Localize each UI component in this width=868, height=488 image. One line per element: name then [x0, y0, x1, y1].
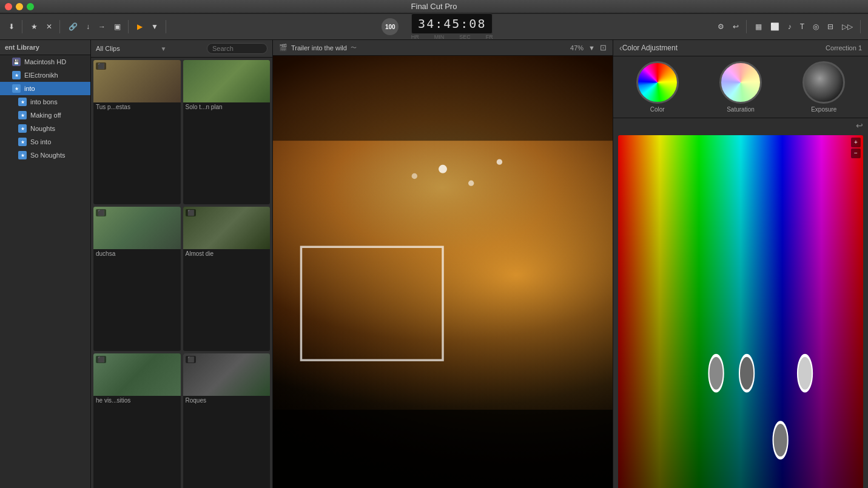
exposure-tool[interactable]: Exposure: [782, 61, 866, 113]
into-label: into: [24, 85, 35, 92]
color-panel: ‹ Color Adjustment Correction 1 Color Sa…: [613, 40, 868, 488]
wave-icon: 〜: [351, 44, 357, 52]
color-wheel-tool[interactable]: Color: [616, 61, 699, 113]
preview-zoom: 47%: [570, 44, 584, 52]
preview-title-group: 🎬 Trailer into the wild 〜: [279, 44, 357, 52]
library-item-so-into[interactable]: ★ So into: [0, 135, 90, 149]
library-item-making-off[interactable]: ★ Making off: [0, 109, 90, 122]
clip-roques[interactable]: ⬛ Roques: [183, 353, 271, 488]
clip-duchsa-label: duchsa: [93, 249, 181, 258]
remove-handle-btn[interactable]: −: [851, 149, 861, 158]
sec-label: SEC: [459, 34, 471, 40]
tool-group-select: ▶ ▼: [133, 20, 166, 33]
favorite-button[interactable]: ★: [27, 20, 41, 33]
media-search-input[interactable]: [207, 43, 267, 54]
svg-point-12: [739, 355, 754, 391]
redo-button[interactable]: ↩: [729, 20, 742, 33]
library-item-macintosh[interactable]: 💾 Macintosh HD: [0, 55, 90, 69]
clip-solo-t-label: Solo t...n plan: [183, 102, 271, 112]
select-arrow[interactable]: ▼: [147, 20, 162, 33]
main-toolbar: ⬇ ★ ✕ 🔗 ↓ → ▣ ▶ ▼ 100 34:45:08 HR MIN SE…: [0, 13, 868, 40]
into-icon: ★: [12, 84, 21, 93]
photo-view[interactable]: ⬜: [767, 20, 783, 33]
exposure-wheel: [802, 61, 845, 104]
undo-row: ↩: [613, 118, 868, 133]
color-header: ‹ Color Adjustment Correction 1: [613, 40, 868, 56]
saturation-tool[interactable]: Saturation: [699, 61, 782, 113]
append-button[interactable]: →: [95, 20, 109, 33]
library-item-noughts[interactable]: ★ Noughts: [0, 122, 90, 135]
clip-icon-2: ⬛: [96, 209, 106, 216]
clip-duchsa-thumb: ⬛: [93, 207, 181, 249]
sointo-icon: ★: [18, 138, 27, 146]
clip-roques-label: Roques: [183, 396, 271, 405]
clip-icon-4: ⬛: [96, 356, 106, 363]
library-item-into[interactable]: ★ into: [0, 82, 90, 95]
svg-rect-10: [618, 135, 863, 488]
saturation-label: Saturation: [727, 106, 755, 113]
tool-group-rating: ★ ✕: [27, 20, 60, 33]
color-gradient-area[interactable]: + −: [618, 135, 863, 488]
overwrite-button[interactable]: ▣: [110, 20, 124, 33]
reject-button[interactable]: ✕: [42, 20, 56, 33]
gradient-controls: + −: [851, 138, 861, 158]
undo-button[interactable]: ↩: [856, 121, 863, 130]
svg-point-13: [798, 355, 812, 391]
library-item-into-bons[interactable]: ★ into bons: [0, 95, 90, 109]
clip-almost-die[interactable]: ⬛ Almost die: [183, 207, 271, 351]
transform-tool[interactable]: ⚙: [714, 20, 728, 33]
library-header: ent Library: [0, 40, 90, 55]
minimize-button[interactable]: [16, 3, 23, 10]
timecode-display: 34:45:08: [411, 13, 493, 34]
video-content: [273, 56, 613, 488]
svg-point-5: [468, 181, 474, 186]
tool-group-actions: ⬇: [5, 20, 22, 33]
svg-point-11: [708, 355, 723, 391]
preview-controls-right: 47% ▼ ⊡: [570, 43, 607, 52]
maximize-button[interactable]: [27, 3, 34, 10]
exposure-label: Exposure: [811, 106, 836, 113]
timeline-view[interactable]: ▦: [752, 20, 765, 33]
svg-point-14: [773, 423, 788, 458]
preview-video: [273, 56, 613, 488]
clip-tus-p[interactable]: ⬛ Tus p...estas: [93, 60, 181, 204]
insert-button[interactable]: ↓: [82, 20, 93, 33]
transition-view[interactable]: ▷▷: [838, 20, 856, 33]
clip-icon-3: ⬛: [186, 209, 196, 216]
audio-view[interactable]: ♪: [784, 20, 795, 33]
makingoff-icon: ★: [18, 111, 27, 119]
theme-view[interactable]: ⊟: [824, 20, 837, 33]
media-browser-title: All Clips: [96, 45, 120, 52]
electronikh-icon: ★: [12, 71, 21, 79]
tool-group-right: ⚙ ↩: [714, 20, 747, 33]
tool-group-edit: 🔗 ↓ → ▣: [65, 20, 129, 33]
gen-view[interactable]: ◎: [809, 20, 823, 33]
clip-duchsa[interactable]: ⬛ duchsa: [93, 207, 181, 351]
macintosh-icon: 💾: [12, 58, 21, 66]
library-item-electronikh[interactable]: ★ ElEctronikh: [0, 69, 90, 82]
video-frame: [273, 56, 613, 488]
title-view[interactable]: T: [796, 20, 808, 33]
close-button[interactable]: [5, 3, 12, 10]
sonoughts-label: So Noughts: [30, 152, 65, 159]
clip-he-vis[interactable]: ⬛ he vis...sitios: [93, 353, 181, 488]
clip-he-vis-label: he vis...sitios: [93, 396, 181, 405]
clip-icon-5: ⬛: [186, 356, 196, 363]
fullscreen-btn[interactable]: ⊡: [600, 43, 607, 52]
select-tool[interactable]: ▶: [133, 20, 146, 33]
window-controls: [5, 3, 34, 10]
library-item-so-noughts[interactable]: ★ So Noughts: [0, 149, 90, 162]
intobons-label: into bons: [30, 98, 58, 105]
clip-solo-t[interactable]: Solo t...n plan: [183, 60, 271, 204]
add-handle-btn[interactable]: +: [851, 138, 861, 147]
intobons-icon: ★: [18, 98, 27, 106]
clip-roques-thumb: ⬛: [183, 353, 271, 396]
saturation-wheel: [719, 61, 762, 104]
connect-button[interactable]: 🔗: [65, 20, 81, 33]
sointo-label: So into: [30, 138, 51, 145]
zoom-dropdown[interactable]: ▼: [588, 44, 595, 52]
dropdown-arrow[interactable]: ▼: [160, 45, 166, 52]
preview-icon: 🎬: [279, 44, 288, 52]
noughts-label: Noughts: [30, 125, 55, 132]
import-button[interactable]: ⬇: [5, 20, 18, 33]
